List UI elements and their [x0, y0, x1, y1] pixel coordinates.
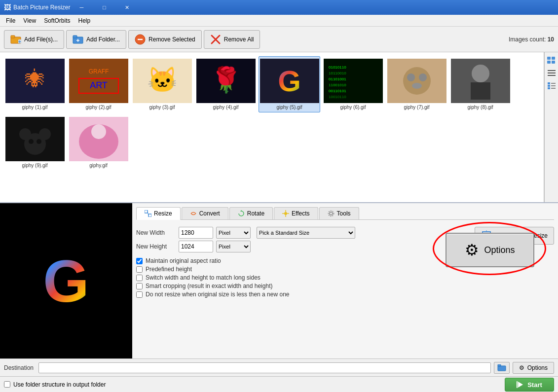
list-item[interactable]: giphy (7).gif — [386, 56, 447, 112]
start-button[interactable]: Start — [505, 378, 554, 392]
svg-rect-50 — [552, 61, 555, 64]
view-list-button[interactable] — [546, 67, 558, 79]
svg-rect-56 — [548, 87, 550, 89]
list-item[interactable]: 🌹giphy (4).gif — [195, 56, 257, 112]
app-icon: 🖼 — [4, 3, 11, 11]
menu-help[interactable]: Help — [74, 16, 95, 25]
destination-bar: Destination ⚙ Options — [0, 358, 558, 376]
view-thumbnails-button[interactable] — [546, 54, 558, 66]
convert-icon — [190, 210, 197, 217]
list-item[interactable]: GRAFFARTgiphy (2).gif — [68, 56, 129, 112]
image-filename: giphy (9).gif — [22, 163, 47, 168]
svg-rect-54 — [548, 82, 550, 84]
tab-resize[interactable]: Resize — [136, 207, 181, 220]
menu-file[interactable]: File — [2, 16, 19, 25]
tab-effects-label: Effects — [292, 210, 309, 217]
svg-text:00110101: 00110101 — [329, 89, 346, 93]
image-filename: giphy (8).gif — [467, 105, 493, 110]
maintain-ratio-checkbox[interactable] — [136, 258, 143, 264]
remove-selected-label: Remove Selected — [149, 36, 195, 43]
view-details-button[interactable] — [546, 80, 558, 92]
standard-size-select[interactable]: Pick a Standard Size 640x480 800x600 102… — [257, 227, 355, 239]
list-item[interactable]: Ggiphy (5).gif — [259, 56, 320, 112]
close-button[interactable]: ✕ — [115, 0, 138, 15]
list-item[interactable]: 0101011010110010011010011100101000110101… — [322, 56, 384, 112]
smart-crop-checkbox[interactable] — [136, 283, 143, 289]
width-unit-select[interactable]: Pixel Percent — [216, 227, 251, 239]
svg-text:10110010: 10110010 — [329, 71, 346, 75]
list-item[interactable]: giphy (9).gif — [4, 114, 66, 171]
height-input[interactable] — [179, 241, 213, 252]
titlebar: 🖼 Batch Picture Resizer ─ □ ✕ — [0, 0, 558, 15]
preview-image: G — [43, 247, 89, 315]
tab-tools[interactable]: Tools — [319, 207, 359, 219]
browse-button[interactable] — [494, 362, 510, 374]
remove-all-label: Remove All — [224, 36, 254, 43]
use-folder-checkbox[interactable] — [4, 381, 10, 388]
svg-text:01101001: 01101001 — [329, 77, 346, 81]
image-filename: giphy (4).gif — [213, 105, 238, 110]
options-small-button[interactable]: ⚙ Options — [513, 362, 554, 374]
options-big-button[interactable]: ⚙ Options — [446, 233, 534, 267]
list-item[interactable]: 🐱giphy (3).gif — [131, 56, 193, 112]
image-thumbnail: 🌹 — [196, 59, 256, 103]
tab-effects[interactable]: Effects — [274, 207, 318, 219]
remove-all-icon — [210, 34, 221, 45]
svg-rect-49 — [547, 61, 551, 64]
titlebar-controls: ─ □ ✕ — [70, 0, 138, 15]
minimize-button[interactable]: ─ — [70, 0, 93, 15]
bottom-panel: G Resize — [0, 202, 558, 392]
svg-rect-60 — [145, 210, 148, 213]
svg-text:🐱: 🐱 — [147, 65, 178, 95]
add-files-button[interactable]: Add File(s)... — [4, 30, 64, 49]
image-thumbnail — [451, 59, 510, 103]
list-item[interactable]: giphy.gif — [68, 114, 129, 171]
width-label: New Width — [136, 229, 176, 236]
destination-input[interactable] — [38, 362, 491, 373]
start-label: Start — [527, 381, 542, 389]
image-thumbnail — [5, 117, 65, 161]
svg-text:10010110: 10010110 — [329, 95, 346, 99]
tab-rotate[interactable]: Rotate — [229, 207, 273, 219]
main-layout: 🕷giphy (1).gifGRAFFARTgiphy (2).gif🐱giph… — [0, 52, 558, 224]
width-row: New Width Pixel Percent — [136, 227, 251, 239]
svg-rect-61 — [149, 214, 151, 217]
menu-softorbits[interactable]: SoftOrbits — [40, 16, 74, 25]
svg-point-41 — [24, 133, 46, 155]
no-resize-checkbox[interactable] — [136, 291, 143, 298]
svg-point-70 — [328, 211, 334, 216]
svg-point-69 — [330, 212, 333, 215]
image-thumbnail: G — [260, 59, 319, 103]
svg-text:ART: ART — [90, 80, 108, 90]
list-item[interactable]: 🕷giphy (1).gif — [4, 56, 66, 112]
switch-sides-checkbox[interactable] — [136, 275, 143, 281]
tab-convert[interactable]: Convert — [182, 207, 228, 219]
options-big-label: Options — [484, 245, 515, 255]
tab-tools-label: Tools — [337, 210, 351, 217]
tab-convert-label: Convert — [199, 210, 220, 217]
maintain-ratio-label: Maintain original aspect ratio — [146, 257, 221, 264]
preview-pane: G — [0, 203, 132, 358]
svg-text:01010110: 01010110 — [329, 65, 346, 70]
menu-view[interactable]: View — [19, 16, 40, 25]
list-item[interactable]: giphy (8).gif — [449, 56, 511, 112]
images-count: Images count: 10 — [509, 36, 554, 43]
add-folder-button[interactable]: Add Folder... — [66, 30, 126, 49]
options-gear-small-icon: ⚙ — [519, 364, 524, 371]
image-thumbnail: GRAFFART — [69, 59, 128, 103]
image-area[interactable]: 🕷giphy (1).gifGRAFFARTgiphy (2).gif🐱giph… — [0, 52, 544, 224]
predefined-height-checkbox[interactable] — [136, 266, 143, 273]
app-title: Batch Picture Resizer — [13, 4, 70, 11]
image-thumbnail: 🐱 — [133, 59, 192, 103]
remove-selected-button[interactable]: Remove Selected — [128, 30, 202, 49]
remove-all-button[interactable]: Remove All — [204, 30, 260, 49]
smart-crop-label: Smart cropping (result in exact width an… — [146, 283, 272, 289]
maximize-button[interactable]: □ — [93, 0, 115, 15]
width-input[interactable] — [179, 227, 213, 239]
svg-point-36 — [472, 65, 489, 82]
svg-point-31 — [403, 67, 431, 95]
height-unit-select[interactable]: Pixel Percent — [216, 241, 251, 252]
tools-icon — [328, 210, 335, 217]
predefined-height-label: Predefined height — [146, 266, 192, 273]
options-pane: Resize Convert Rotate — [132, 203, 558, 358]
